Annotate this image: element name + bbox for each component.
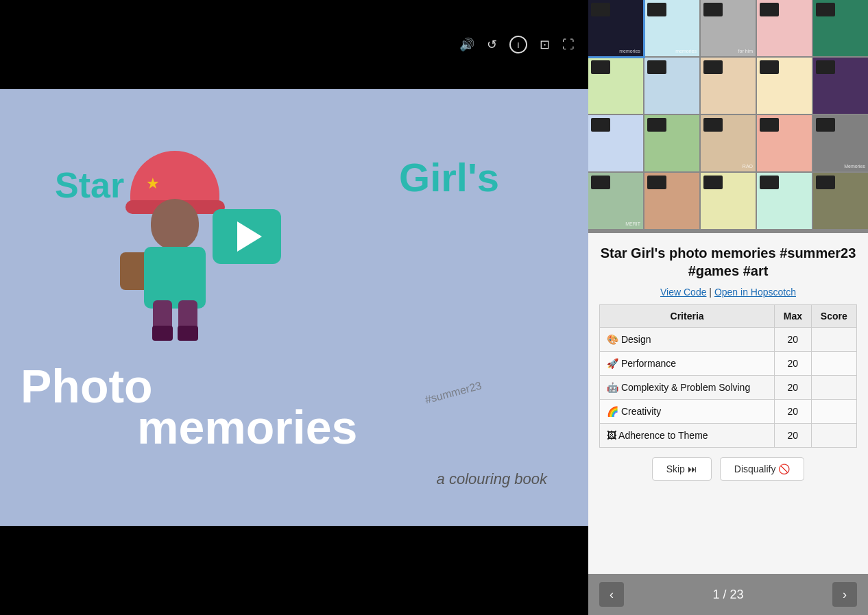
next-page-button[interactable]: › [832, 582, 857, 607]
char-body [144, 247, 206, 309]
thumb-mini-3 [703, 3, 723, 16]
video-text-star: Star [55, 165, 124, 206]
fullscreen-icon[interactable]: ⛶ [562, 38, 575, 52]
video-bottom-bar [0, 526, 588, 615]
thumb-mini-14 [760, 118, 779, 132]
project-links: View Code | Open in Hopscotch [599, 287, 857, 298]
disqualify-button[interactable]: Disqualify 🚫 [720, 457, 805, 481]
video-text-colouring: a colouring book [437, 470, 547, 488]
reload-icon[interactable]: ↺ [487, 37, 497, 52]
thumbnail-1[interactable]: memories [588, 0, 643, 56]
screenshot-icon[interactable]: ⊡ [540, 37, 550, 52]
next-icon: › [843, 588, 847, 602]
criteria-label-0: 🎨 Design [600, 328, 775, 352]
thumb-mini-6 [591, 60, 610, 74]
info-circle: i [509, 36, 527, 53]
thumb-mini-11 [591, 118, 610, 132]
thumb-mini-17 [647, 176, 666, 189]
thumb-mini-15 [816, 118, 835, 132]
thumb-mini-19 [760, 176, 779, 189]
criteria-label-1: 🚀 Performance [600, 352, 775, 376]
criteria-score-0[interactable] [811, 328, 856, 352]
criteria-score-3[interactable] [811, 400, 856, 424]
video-text-photo: Photo [21, 359, 153, 413]
thumbnail-13[interactable]: RAO [701, 115, 756, 171]
thumbnail-18[interactable] [701, 173, 756, 229]
thumbnail-12[interactable] [644, 115, 699, 171]
skip-button[interactable]: Skip ⏭ [652, 457, 712, 481]
criteria-label-3: 🌈 Creativity [600, 400, 775, 424]
criteria-score-4[interactable] [811, 424, 856, 448]
prev-icon: ‹ [610, 588, 614, 602]
char-boot-right [178, 326, 198, 341]
thumbnail-9[interactable] [757, 58, 812, 114]
table-row: 🚀 Performance 20 [600, 352, 857, 376]
page-info: 1 / 23 [712, 588, 743, 602]
criteria-label-4: 🖼 Adherence to Theme [600, 424, 775, 448]
criteria-label-2: 🤖 Complexity & Problem Solving [600, 376, 775, 400]
table-row: 🖼 Adherence to Theme 20 [600, 424, 857, 448]
thumb-mini-2 [647, 3, 666, 16]
play-icon [237, 221, 262, 252]
thumbnail-15[interactable]: Memories [813, 115, 868, 171]
thumbnail-11[interactable] [588, 115, 643, 171]
thumbnail-20[interactable] [813, 173, 868, 229]
criteria-max-2: 20 [775, 376, 811, 400]
criteria-max-0: 20 [775, 328, 811, 352]
open-hopscotch-link[interactable]: Open in Hopscotch [714, 287, 796, 298]
right-panel: memories memories for him [588, 0, 868, 615]
thumbnail-7[interactable] [644, 58, 699, 114]
thumbnail-16[interactable]: MERIT [588, 173, 643, 229]
prev-page-button[interactable]: ‹ [599, 582, 624, 607]
thumb-mini-8 [703, 60, 723, 74]
thumbnail-3[interactable]: for him [701, 0, 756, 56]
thumb-mini-12 [647, 118, 666, 132]
video-text-girls: Girl's [399, 154, 499, 200]
thumb-mini-16 [591, 176, 610, 189]
criteria-score-1[interactable] [811, 352, 856, 376]
thumb-label-13: RAO [743, 164, 753, 169]
table-row: 🌈 Creativity 20 [600, 400, 857, 424]
thumbnail-14[interactable] [757, 115, 812, 171]
thumb-mini-18 [703, 176, 723, 189]
info-panel: Star Girl's photo memories #summer23 #ga… [588, 233, 868, 574]
pagination-bar: ‹ 1 / 23 › [588, 574, 868, 615]
thumbnail-8[interactable] [701, 58, 756, 114]
thumbnail-19[interactable] [757, 173, 812, 229]
char-star-icon: ★ [146, 175, 160, 193]
video-content: Star Girl's ★ Photo memories #summer23 a… [0, 89, 588, 526]
thumbnail-17[interactable] [644, 173, 699, 229]
criteria-score-2[interactable] [811, 376, 856, 400]
view-code-link[interactable]: View Code [660, 287, 706, 298]
thumb-mini-20 [816, 176, 835, 189]
thumbnail-5[interactable] [813, 0, 868, 56]
play-button[interactable] [213, 209, 281, 264]
thumb-label-16: MERIT [625, 221, 640, 226]
thumb-mini-7 [647, 60, 666, 74]
thumb-mini-4 [760, 3, 779, 16]
video-background [0, 89, 588, 526]
table-row: 🤖 Complexity & Problem Solving 20 [600, 376, 857, 400]
thumbnail-6[interactable] [588, 58, 643, 114]
col-header-criteria: Criteria [600, 305, 775, 328]
info-icon[interactable]: i [509, 36, 527, 53]
criteria-table: Criteria Max Score 🎨 Design 20 🚀 Perform… [599, 304, 857, 448]
volume-icon[interactable]: 🔊 [459, 37, 474, 52]
thumb-label-2: memories [675, 49, 697, 53]
thumb-mini-13 [703, 118, 723, 132]
col-header-max: Max [775, 305, 811, 328]
thumb-label-15: Memories [844, 164, 865, 169]
criteria-max-1: 20 [775, 352, 811, 376]
criteria-max-3: 20 [775, 400, 811, 424]
thumbnail-2[interactable]: memories [644, 0, 699, 56]
video-controls-bar: 🔊 ↺ i ⊡ ⛶ [0, 0, 588, 89]
thumb-label-3: for him [738, 49, 753, 53]
thumbnail-4[interactable] [757, 0, 812, 56]
col-header-score: Score [811, 305, 856, 328]
video-panel: 🔊 ↺ i ⊡ ⛶ Star Girl's ★ Photo memories [0, 0, 588, 615]
table-row: 🎨 Design 20 [600, 328, 857, 352]
thumbnail-10[interactable] [813, 58, 868, 114]
video-text-memories: memories [137, 400, 357, 454]
link-separator: | [709, 287, 714, 298]
thumb-label-1: memories [619, 49, 640, 53]
